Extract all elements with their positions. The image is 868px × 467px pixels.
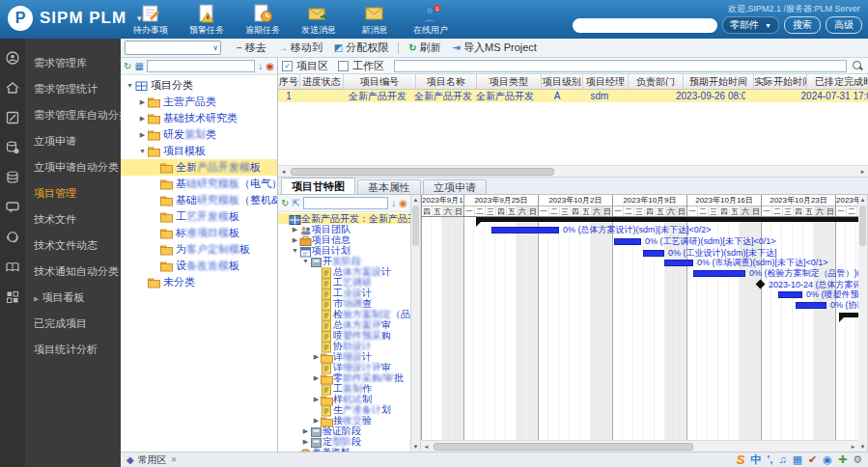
- expand-icon[interactable]: ▶: [137, 115, 148, 123]
- locate-down-icon[interactable]: ↓: [391, 199, 396, 208]
- refresh-button[interactable]: ↻刷新: [403, 41, 446, 55]
- database-gear-icon[interactable]: [5, 140, 20, 155]
- sidebar-item[interactable]: 需求管理库自动分类: [25, 102, 129, 128]
- header-tool-alert-task[interactable]: 预警任务: [184, 2, 229, 37]
- scroll-right-icon[interactable]: ▸: [857, 166, 868, 177]
- assign-rights-button[interactable]: ◩分配权限: [328, 41, 394, 55]
- category-tree-item[interactable]: 标准项目模板: [121, 225, 277, 241]
- sidebar-item[interactable]: 技术通知自动分类: [25, 259, 129, 285]
- project-table-header-cell[interactable]: 项目名称: [416, 74, 477, 89]
- project-table-header-cell[interactable]: 进度状态: [300, 74, 344, 89]
- wbs-tree-item[interactable]: 喷塑件预采购: [278, 330, 410, 341]
- support-icon[interactable]: [5, 230, 20, 245]
- expand-icon[interactable]: ▶: [137, 98, 148, 106]
- sidebar-item[interactable]: 需求管理统计: [25, 76, 129, 102]
- tab-项目甘特图[interactable]: 项目甘特图: [281, 178, 355, 194]
- import-ms-project-button[interactable]: ⇥导入MS Project: [447, 41, 543, 55]
- wbs-tree-item[interactable]: 工业设计: [278, 288, 410, 298]
- project-table-row[interactable]: 1全新产品开发全新产品开发全新产品开发Asdm2023-09-26 08:002…: [278, 90, 868, 102]
- project-table-header-cell[interactable]: 项目级别: [542, 74, 583, 89]
- gantt-task-bar[interactable]: [491, 227, 559, 234]
- sidebar-item[interactable]: 项目管理: [25, 180, 129, 206]
- expand-icon[interactable]: ▶: [291, 236, 299, 244]
- header-tool-new-message[interactable]: 新消息: [352, 2, 397, 37]
- header-tool-overdue-task[interactable]: 逾期任务: [240, 2, 285, 37]
- wbs-tree-item[interactable]: 检验方案制定（品管）: [278, 309, 410, 319]
- category-tree-item[interactable]: 设备改造模板: [121, 258, 277, 274]
- sogou-logo-icon[interactable]: S: [737, 453, 745, 466]
- expand-icon[interactable]: ▶: [312, 396, 321, 403]
- expand-icon[interactable]: ▶: [301, 438, 310, 446]
- category-tree-item[interactable]: 未分类: [121, 274, 277, 290]
- sidebar-item[interactable]: 需求管理库: [25, 50, 129, 76]
- book-icon[interactable]: [5, 260, 20, 275]
- category-tree-item[interactable]: 全新产品开发模板: [121, 159, 277, 176]
- search-button[interactable]: 搜索: [784, 16, 821, 34]
- punctuation-icon[interactable]: ’,: [767, 453, 772, 466]
- home-icon[interactable]: [5, 80, 20, 96]
- gantt-hscrollbar[interactable]: ◂ ▸: [421, 440, 858, 452]
- expand-icon[interactable]: ▶: [137, 131, 148, 139]
- tab-基本属性[interactable]: 基本属性: [357, 179, 421, 194]
- grid-icon[interactable]: [5, 289, 20, 305]
- chinese-mode-icon[interactable]: 中: [750, 453, 761, 466]
- wbs-tree-item[interactable]: 生产准备计划: [278, 404, 410, 415]
- project-table-header-cell[interactable]: 负责部门: [629, 74, 684, 89]
- advanced-search-button[interactable]: 高级: [826, 16, 862, 34]
- keyboard-icon[interactable]: ▦: [793, 453, 802, 466]
- expand-icon[interactable]: ▶: [291, 226, 299, 234]
- category-tree-item[interactable]: 基础研究模板（整机&液压）: [121, 192, 277, 208]
- checkbox-checked[interactable]: ✓: [282, 61, 293, 71]
- category-tree-item[interactable]: 为客户定制模板: [121, 241, 277, 258]
- wbs-tree-item[interactable]: 协助设计: [278, 341, 410, 351]
- project-table-header-cell[interactable]: 预期开始时间: [684, 74, 754, 89]
- gantt-task-bar[interactable]: [664, 260, 693, 266]
- app-logo[interactable]: P SIPM PLM ▼: [8, 6, 143, 31]
- favorites-tray-item[interactable]: ◆ 常用区 ✕: [126, 453, 177, 467]
- project-table-header-cell[interactable]: 实际开始时间: [754, 74, 807, 89]
- database-icon[interactable]: [5, 170, 20, 185]
- global-search-input[interactable]: [573, 18, 717, 33]
- move-to-button[interactable]: →移动到: [272, 41, 328, 55]
- clear-filter-icon[interactable]: ◉: [266, 62, 274, 71]
- category-tree-item[interactable]: 工艺开发模板: [121, 208, 277, 225]
- category-tree-item[interactable]: ▶研发策划类: [121, 126, 277, 143]
- gantt-task-bar[interactable]: [614, 238, 641, 245]
- collapse-icon[interactable]: ▼: [301, 258, 310, 264]
- wbs-tree-item[interactable]: 工装制作: [278, 383, 410, 394]
- wbs-tree-item[interactable]: ▶零部件采购/审批: [278, 372, 410, 383]
- header-tool-online-users[interactable]: 1在线用户: [408, 2, 453, 37]
- category-tree-item[interactable]: ▼项目分类: [121, 77, 277, 94]
- circle-icon[interactable]: ◉: [823, 453, 832, 466]
- wbs-tree-item[interactable]: 总体方案设计: [278, 266, 410, 277]
- wbs-vscrollbar[interactable]: ▲▼: [411, 195, 421, 452]
- sidebar-item[interactable]: ▶项目看板: [25, 285, 129, 311]
- header-tool-send-message[interactable]: 发送消息: [296, 2, 341, 37]
- sidebar-item[interactable]: 项目统计分析: [25, 337, 129, 363]
- search-icon[interactable]: [853, 61, 861, 69]
- category-tree-item[interactable]: ▼项目模板: [121, 143, 277, 159]
- gantt-task-bar[interactable]: [778, 291, 802, 298]
- view-mode-icon[interactable]: ▦: [134, 62, 143, 71]
- wbs-tree-item[interactable]: ▶定型阶段: [278, 436, 410, 447]
- toolbox-icon[interactable]: ✚: [838, 453, 847, 466]
- wbs-tree-item[interactable]: ▶接收交验: [278, 415, 410, 426]
- settings-icon[interactable]: ⚙: [853, 453, 862, 466]
- gantt-task-bar[interactable]: [693, 270, 745, 277]
- expand-icon[interactable]: ▶: [312, 374, 321, 382]
- category-tree-item[interactable]: ▶主营产品类: [121, 94, 277, 110]
- table-hscrollbar[interactable]: ◂ ▸: [278, 165, 868, 177]
- project-filter-combo[interactable]: ∨: [125, 41, 221, 55]
- gantt-task-bar[interactable]: [796, 302, 826, 309]
- chat-icon[interactable]: [5, 200, 20, 215]
- gantt-summary-bar[interactable]: [476, 217, 858, 222]
- collapse-icon[interactable]: ▼: [137, 148, 148, 154]
- project-table-header-cell[interactable]: 序号: [278, 74, 300, 89]
- category-search-input[interactable]: [147, 60, 255, 72]
- checkbox-unchecked[interactable]: [338, 61, 349, 71]
- collapse-icon[interactable]: ▼: [125, 82, 135, 89]
- gantt-task-bar[interactable]: [643, 250, 664, 257]
- sidebar-item[interactable]: 立项申请自动分类: [25, 154, 129, 180]
- locate-down-icon[interactable]: ↓: [258, 62, 263, 71]
- sidebar-item[interactable]: 立项申请: [25, 128, 129, 154]
